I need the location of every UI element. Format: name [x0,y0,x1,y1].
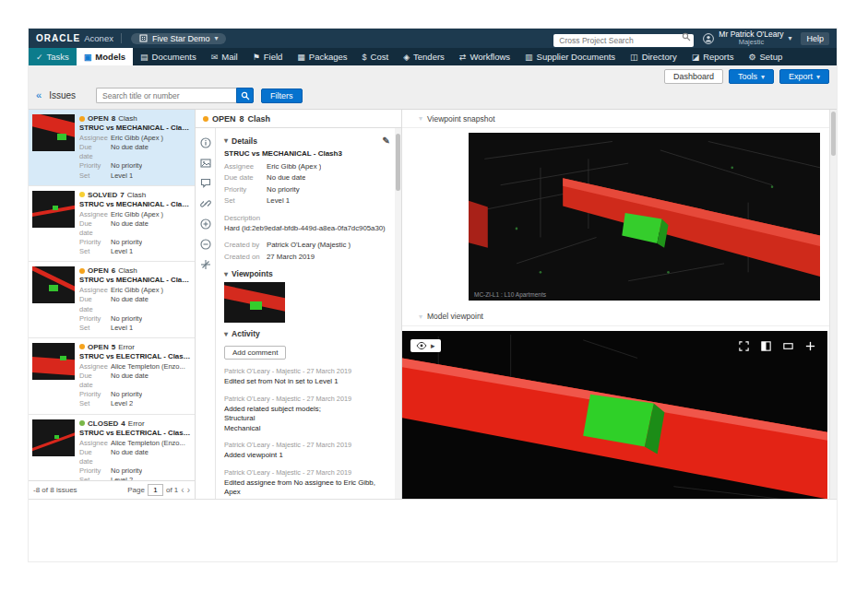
link-icon[interactable] [200,198,211,209]
status-dot [79,116,85,122]
filters-button[interactable]: Filters [261,88,303,103]
aconex-brand: Aconex [84,33,113,43]
detail-field-row: Assignee Eric Gibb (Apex ) [224,161,390,172]
description-value: Hard (id:2eb9edaf-bfdb-449d-a8ea-0fa7dc9… [224,224,390,234]
info-icon[interactable] [200,137,211,148]
red-clash-beam [32,427,75,452]
nav-item[interactable]: ◪ Reports [684,48,742,65]
user-menu[interactable]: Mr Patrick O'Leary Majestic ▾ [703,30,791,47]
comment-icon[interactable] [200,178,211,189]
issue-field-row: PriorityNo priority [79,314,191,324]
details-section-header[interactable]: ▾ Details ✎ [224,136,390,146]
green-clash-element [250,301,262,310]
export-button[interactable]: Export▾ [779,69,829,84]
page-input[interactable] [148,484,163,496]
nav-item[interactable]: ◫ Directory [623,48,684,65]
nav-item[interactable]: ⇄ Workflows [452,48,517,65]
minus-circle-icon[interactable] [200,239,211,250]
nav-item-icon: ◈ [403,53,410,62]
plus-circle-icon[interactable] [200,218,211,230]
previous-page-icon[interactable]: ‹ [181,486,184,495]
model-viewpoint-header[interactable]: ▾ Model viewpoint [402,308,829,326]
search-button[interactable] [236,88,254,103]
nav-item-icon: ▦ [297,53,305,62]
activity-text: Added viewpoint 1 [224,451,390,461]
detail-field-row: Priority No priority [224,184,390,195]
edit-icon[interactable]: ✎ [383,136,390,146]
activity-section-header[interactable]: ▾ Activity [224,329,390,338]
chevron-down-icon: ▾ [224,136,228,145]
viewpoint-thumbnail[interactable] [224,282,285,323]
aconex-app: ORACLE Aconex Five Star Demo ▾ M [28,28,838,562]
oracle-brand: ORACLE [36,33,80,43]
nav-item[interactable]: ▤ Documents [133,48,204,65]
nav-item[interactable]: ▦ Packages [290,48,354,65]
issue-list-item[interactable]: OPEN 8 Clash STRUC vs MECHANICAL - Clash… [29,110,195,186]
status-dot [79,420,85,426]
detail-scrollbar[interactable] [395,128,401,499]
activity-entry: Patrick O'Leary - Majestic - 27 March 20… [224,468,390,498]
chevron-down-icon: ▾ [761,73,765,81]
viewer-panel: ▾ Viewpoint snapshot [402,110,829,499]
section-clip-icon[interactable] [760,340,772,352]
nav-item[interactable]: ⚙ Setup [741,48,790,65]
zoom-in-icon[interactable] [804,340,816,352]
activity-text: Edited set from Not in set to Level 1 [224,377,390,387]
red-clash-beam [224,285,285,315]
nav-item-icon: $ [363,53,367,62]
issue-list-item[interactable]: SOLVED 7 Clash STRUC vs MECHANICAL - Cla… [29,186,195,263]
nav-item[interactable]: ✉ Mail [204,48,245,65]
pagination-bar: -8 of 8 issues Page of 1 ‹ › [29,480,195,499]
viewpoints-section-header[interactable]: ▾ Viewpoints [224,269,390,278]
activity-meta: Patrick O'Leary - Majestic - 27 March 20… [224,468,390,477]
nav-item[interactable]: ⚑ Field [245,48,291,65]
axes-icon[interactable] [200,259,211,270]
issue-list-item[interactable]: CLOSED 4 Error STRUC vs ELECTRICAL - Cla… [29,415,195,481]
search-icon[interactable] [682,32,691,41]
issue-title: STRUC vs ELECTRICAL - Clash4 [79,352,191,360]
dashboard-button[interactable]: Dashboard [664,69,723,84]
nav-item-icon: ✓ [36,53,43,62]
hide-panel-icon[interactable] [782,340,794,352]
detail-field-row: Created on 27 March 2019 [224,252,390,263]
nav-item[interactable]: ▣ Models [77,48,133,65]
help-link[interactable]: Help [801,32,829,45]
add-comment-button[interactable]: Add comment [224,346,286,360]
nav-item[interactable]: ▥ Supplier Documents [517,48,623,65]
issue-list-item[interactable]: OPEN 5 Error STRUC vs ELECTRICAL - Clash… [29,338,195,415]
issue-status: OPEN [88,114,109,123]
next-page-icon[interactable]: › [187,486,190,495]
cross-project-search-input[interactable] [553,34,694,47]
issue-number: 7 [120,191,124,199]
issue-field-row: AssigneeAlice Templeton (Enzo... [79,439,191,448]
viewpoint-snapshot-header[interactable]: ▾ Viewpoint snapshot [402,110,829,128]
nav-item-label: Cost [371,52,389,62]
collapse-panel-icon[interactable]: « [36,90,42,100]
issue-detail-header: OPEN 8 Clash [196,110,401,128]
status-dot [203,116,208,122]
issue-list-item[interactable]: OPEN 6 Clash STRUC vs MECHANICAL - Clash… [29,262,195,338]
issues-panel-title: Issues [49,90,76,100]
issue-search-input[interactable] [96,88,236,103]
nav-item[interactable]: ◈ Tenders [396,48,452,65]
issues-list-panel: OPEN 8 Clash STRUC vs MECHANICAL - Clash… [29,110,196,499]
visibility-control[interactable]: ▸ [410,339,441,352]
description-label: Description [224,214,390,222]
viewpoint-image-icon[interactable] [200,158,211,169]
activity-entry: Patrick O'Leary - Majestic - 27 March 20… [224,367,390,387]
nav-item[interactable]: $ Cost [355,48,397,65]
nav-item-label: Setup [760,52,783,62]
project-selector[interactable]: Five Star Demo ▾ [131,33,227,44]
project-name: Five Star Demo [152,34,210,43]
issue-field-row: Due dateNo due date [79,143,191,161]
viewpoint-snapshot-image[interactable]: MC-Zl-L1 : L10 Apartments [469,133,820,301]
fit-view-icon[interactable] [738,340,750,352]
page-scrollbar[interactable] [829,110,837,499]
nav-item[interactable]: ✓ Tasks [29,48,77,65]
issue-field-row: SetLevel 2 [79,399,191,408]
issue-field-row: PriorityNo priority [79,466,191,476]
tools-button[interactable]: Tools▾ [729,69,774,84]
model-viewer[interactable]: ▸ [402,331,827,499]
chevron-down-icon: ▾ [224,270,228,278]
issue-field-row: SetLevel 1 [79,324,191,333]
